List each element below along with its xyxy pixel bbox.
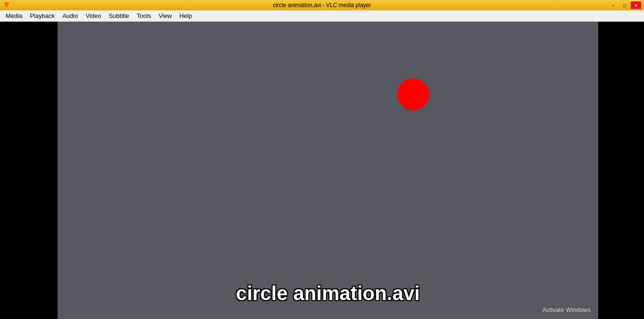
menu-item-tools[interactable]: Tools — [133, 10, 155, 21]
menu-item-subtitle[interactable]: Subtitle — [105, 10, 133, 21]
vlc-cone-icon — [4, 2, 9, 8]
maximize-button[interactable]: □ — [619, 1, 630, 9]
vlc-icon — [3, 1, 10, 9]
minimize-button[interactable]: − — [608, 1, 619, 9]
window-controls: − □ ✕ — [608, 1, 641, 9]
right-letterbox — [598, 22, 644, 319]
menu-item-video[interactable]: Video — [82, 10, 105, 21]
titlebar-left — [3, 1, 10, 9]
window-title: circle animation.avi - VLC media player — [273, 2, 371, 8]
subtitle-overlay: circle animation.avi — [58, 282, 598, 305]
titlebar: circle animation.avi - VLC media player … — [0, 0, 644, 10]
close-button[interactable]: ✕ — [631, 1, 641, 9]
video-area[interactable]: circle animation.avi Activate Windows — [58, 22, 598, 319]
menu-item-view[interactable]: View — [155, 10, 176, 21]
menubar: MediaPlaybackAudioVideoSubtitleToolsView… — [0, 10, 644, 22]
left-letterbox — [0, 22, 58, 319]
subtitle-text: circle animation.avi — [236, 282, 420, 304]
menu-item-help[interactable]: Help — [176, 10, 196, 21]
menu-item-media[interactable]: Media — [2, 10, 26, 21]
menu-item-playback[interactable]: Playback — [26, 10, 59, 21]
menu-item-audio[interactable]: Audio — [59, 10, 82, 21]
activate-windows-text: Activate Windows — [542, 306, 591, 313]
red-circle — [397, 78, 429, 110]
video-container: circle animation.avi Activate Windows — [0, 22, 644, 319]
